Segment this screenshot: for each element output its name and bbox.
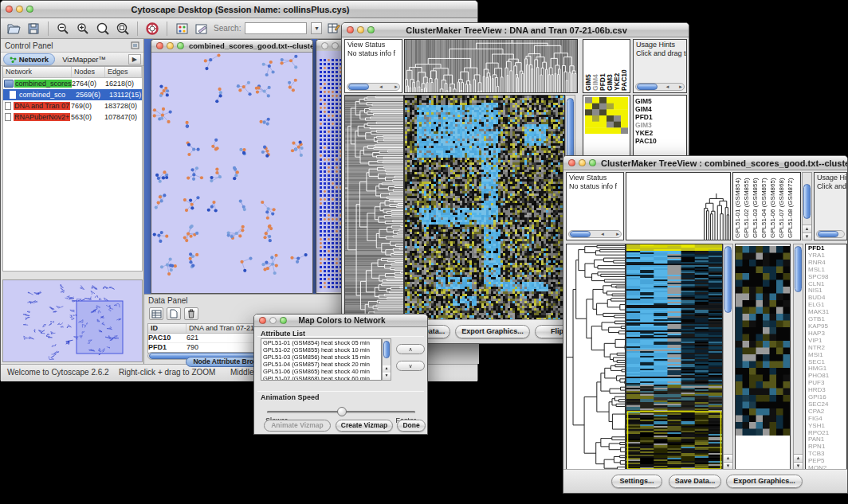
tab-overflow-button[interactable]: ▶ bbox=[128, 54, 141, 64]
row-label[interactable]: PFD1 bbox=[634, 113, 686, 121]
column-label[interactable]: GPL51-08 (GSM872) bbox=[787, 174, 795, 238]
network-tree-row[interactable]: DNA and Tran 07769(0)183728(0) bbox=[3, 100, 142, 111]
scroll-thumb[interactable] bbox=[383, 341, 390, 358]
zoom-heatmap[interactable] bbox=[736, 246, 790, 436]
new-attribute-button[interactable] bbox=[167, 307, 181, 320]
search-dropdown-button[interactable]: ▼ bbox=[311, 22, 322, 34]
birdseye-canvas[interactable] bbox=[3, 280, 142, 361]
scroll-left-icon[interactable]: ◄ bbox=[665, 83, 671, 92]
heatmap-main[interactable] bbox=[404, 95, 565, 321]
save-button[interactable] bbox=[26, 21, 41, 36]
animation-speed-slider[interactable] bbox=[267, 411, 415, 413]
main-title-bar[interactable]: Cytoscape Desktop (Session Name: collins… bbox=[1, 1, 477, 18]
move-up-button[interactable]: ∧ bbox=[396, 344, 425, 354]
close-icon[interactable] bbox=[321, 42, 328, 49]
network-name[interactable]: combined_scores bbox=[14, 80, 72, 88]
attribute-item[interactable]: GPL51-04 (GSM857) heat shock 20 min bbox=[261, 361, 381, 368]
zoom-window-icon[interactable] bbox=[367, 26, 375, 33]
attribute-item[interactable]: GPL51-03 (GSM856) heat shock 15 min bbox=[261, 354, 381, 361]
minimize-icon[interactable] bbox=[579, 159, 586, 166]
minimize-icon[interactable] bbox=[332, 42, 339, 49]
help-button[interactable] bbox=[144, 21, 160, 36]
scroll-left-icon[interactable]: ◄ bbox=[599, 230, 606, 239]
column-label[interactable]: GPL51-07 (GSM868) bbox=[778, 174, 787, 238]
attribute-item[interactable]: GPL51-07 (GSM868) heat shock 60 min bbox=[261, 375, 381, 381]
search-input[interactable] bbox=[245, 22, 307, 34]
network-tree-row[interactable]: RNAPuberNov2+563(0)107847(0) bbox=[3, 111, 142, 123]
zoom-window-icon[interactable] bbox=[280, 317, 287, 324]
minimize-icon[interactable] bbox=[269, 317, 277, 324]
network-tree-row[interactable]: combined_scores2764(0)16218(0) bbox=[3, 78, 142, 89]
save-data-button[interactable]: Save Data... bbox=[669, 475, 721, 488]
view-status-scrollbar[interactable]: ◄► bbox=[568, 230, 622, 238]
scroll-up-icon[interactable]: ▲ bbox=[803, 225, 811, 232]
scroll-down-icon[interactable]: ▼ bbox=[383, 373, 391, 379]
zoom-window-icon[interactable] bbox=[177, 42, 184, 49]
scroll-down-icon[interactable]: ▼ bbox=[724, 462, 732, 469]
network-window-1-titlebar[interactable]: combined_scores_good.txt--cluste... bbox=[151, 40, 312, 53]
zoom-window-icon[interactable] bbox=[589, 159, 596, 166]
scroll-right-icon[interactable]: ► bbox=[393, 83, 399, 92]
scroll-thumb[interactable] bbox=[795, 246, 802, 292]
treeview2-titlebar[interactable]: ClusterMaker TreeView : combined_scores_… bbox=[563, 156, 847, 170]
row-label[interactable]: GIM4 bbox=[634, 105, 686, 113]
float-panel-icon[interactable] bbox=[131, 41, 139, 49]
col-header-id[interactable]: ID bbox=[148, 324, 186, 333]
open-file-button[interactable] bbox=[6, 21, 22, 36]
annotation-button[interactable] bbox=[194, 21, 210, 36]
row-dendrogram[interactable] bbox=[344, 95, 404, 321]
zoom-out-button[interactable] bbox=[55, 21, 71, 36]
network-tree-row[interactable]: combined_sco2569(6)13112(15) bbox=[3, 89, 142, 100]
network-table-header[interactable]: Network Nodes Edges bbox=[3, 67, 142, 78]
zoom-in-button[interactable] bbox=[75, 21, 91, 36]
column-label[interactable]: GIM4 bbox=[591, 41, 599, 91]
row-label[interactable]: YKE2 bbox=[634, 129, 686, 137]
create-vizmap-button[interactable]: Create Vizmap bbox=[336, 420, 393, 432]
col-header-network[interactable]: Network bbox=[3, 67, 72, 77]
close-icon[interactable] bbox=[347, 26, 354, 33]
scroll-thumb[interactable] bbox=[570, 231, 591, 237]
heatmap-main[interactable] bbox=[626, 244, 723, 471]
close-icon[interactable] bbox=[259, 317, 266, 324]
tab-vizmapper[interactable]: VizMapper™ bbox=[57, 54, 112, 64]
dialog-titlebar[interactable]: Map Colors to Network bbox=[254, 315, 427, 327]
column-label[interactable]: GIM5 bbox=[584, 41, 591, 91]
column-label[interactable]: GPL51-04 (GSM857) bbox=[760, 174, 769, 238]
scroll-thumb[interactable] bbox=[803, 184, 811, 219]
table-edit-button[interactable] bbox=[326, 21, 342, 36]
usage-hints-scrollbar[interactable]: ◄► bbox=[635, 83, 685, 91]
column-label[interactable]: GPL51-03 (GSM856) bbox=[752, 174, 760, 238]
column-label[interactable]: PAC10 bbox=[620, 41, 627, 91]
usage-hints-scrollbar[interactable] bbox=[816, 230, 845, 238]
birdseye-view[interactable] bbox=[2, 279, 143, 362]
scroll-thumb[interactable] bbox=[348, 84, 369, 90]
attribute-list-scrollbar[interactable]: ▲ ▼ bbox=[382, 338, 391, 381]
column-dendrogram[interactable] bbox=[404, 39, 578, 93]
column-dendrogram[interactable] bbox=[626, 172, 731, 240]
column-label[interactable]: GPL51-06 (GSM865) bbox=[769, 174, 778, 238]
column-label[interactable]: GIM3 bbox=[606, 41, 613, 91]
scroll-thumb[interactable] bbox=[637, 84, 658, 90]
col-header-edges[interactable]: Edges bbox=[105, 67, 142, 77]
row-label[interactable]: GIM5 bbox=[634, 97, 686, 105]
scroll-up-icon[interactable]: ▲ bbox=[724, 454, 732, 461]
view-status-scrollbar[interactable]: ◄► bbox=[347, 83, 400, 91]
network-name[interactable]: RNAPuberNov2+ bbox=[14, 113, 71, 121]
zoom-heatmap[interactable] bbox=[585, 97, 628, 134]
scroll-up-icon[interactable]: ▲ bbox=[794, 454, 803, 461]
zoom-window-icon[interactable] bbox=[26, 6, 33, 13]
move-down-button[interactable]: ∨ bbox=[396, 361, 425, 371]
zoom-selected-button[interactable] bbox=[95, 21, 111, 36]
attribute-item[interactable]: GPL51-02 (GSM855) heat shock 10 min bbox=[261, 346, 381, 354]
attribute-list[interactable]: GPL51-01 (GSM854) heat shock 05 minGPL51… bbox=[261, 338, 382, 381]
export-graphics-button[interactable]: Export Graphics... bbox=[455, 325, 530, 338]
column-label[interactable]: GPL51-02 (GSM855) bbox=[743, 174, 752, 238]
minimize-icon[interactable] bbox=[167, 42, 174, 49]
row-dendrogram[interactable] bbox=[566, 244, 626, 471]
scroll-down-icon[interactable]: ▼ bbox=[803, 232, 811, 240]
zoom-fit-button[interactable] bbox=[115, 21, 131, 36]
network-window-1[interactable]: combined_scores_good.txt--cluste... bbox=[151, 39, 313, 294]
zoom-vscrollbar[interactable]: ▲ ▼ bbox=[793, 244, 803, 470]
row-label[interactable]: GIM3 bbox=[634, 121, 686, 129]
done-button[interactable]: Done bbox=[397, 420, 426, 432]
